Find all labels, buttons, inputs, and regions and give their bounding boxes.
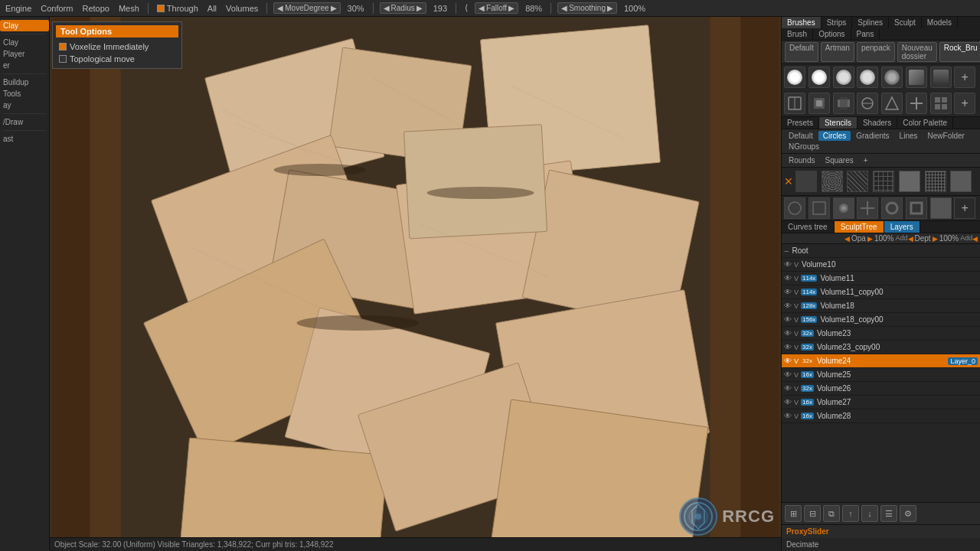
vol18-eye-icon[interactable]: 👁 bbox=[784, 302, 792, 310]
brush-cell-6[interactable] bbox=[930, 67, 952, 88]
vol25-eye-icon[interactable]: 👁 bbox=[784, 370, 792, 379]
tab-options[interactable]: Options bbox=[813, 28, 851, 40]
tab-curves-tree[interactable]: Curves tree bbox=[782, 221, 835, 233]
stencil-cell-9[interactable] bbox=[833, 197, 854, 219]
layer-vol18[interactable]: 👁 V 128x Volume18 bbox=[782, 299, 980, 313]
brush-cell-14[interactable] bbox=[930, 93, 952, 114]
bi-icon-5[interactable]: ↓ bbox=[861, 505, 878, 522]
bi-icon-1[interactable]: ⊞ bbox=[785, 505, 802, 522]
stencil-cell-2[interactable] bbox=[847, 171, 868, 192]
vol24-eye-icon[interactable]: 👁 bbox=[784, 357, 792, 365]
vol11-eye-icon[interactable]: 👁 bbox=[784, 274, 792, 282]
move-degree-btn[interactable]: ◀ MoveDegree ▶ bbox=[273, 2, 340, 14]
menu-mesh[interactable]: Mesh bbox=[116, 4, 142, 13]
preset-rock[interactable]: Rock_Bru bbox=[939, 42, 980, 62]
topological-checkbox[interactable] bbox=[59, 55, 67, 63]
brush-cell-12[interactable] bbox=[881, 93, 903, 114]
tab-presets[interactable]: Presets bbox=[782, 117, 819, 129]
bi-icon-4[interactable]: ↑ bbox=[842, 505, 859, 522]
stencil-squares[interactable]: Squares bbox=[820, 155, 858, 165]
bi-icon-3[interactable]: ⧉ bbox=[823, 505, 840, 522]
smoothing-btn[interactable]: ◀ Smoothing ▶ bbox=[557, 2, 617, 14]
brush-cell-10[interactable] bbox=[833, 93, 854, 114]
brush-cell-3[interactable] bbox=[857, 67, 878, 88]
vol27-eye-icon[interactable]: 👁 bbox=[784, 398, 792, 406]
opa-add[interactable]: Add bbox=[895, 234, 907, 243]
brush-cell-7[interactable]: + bbox=[954, 67, 975, 88]
stencil-cell-1[interactable] bbox=[822, 171, 843, 192]
sidebar-item-er[interactable]: er bbox=[0, 60, 49, 71]
stencil-rounds[interactable]: Rounds bbox=[784, 155, 819, 165]
bi-icon-7[interactable]: ⚙ bbox=[900, 505, 916, 522]
stencil-cell-4[interactable] bbox=[899, 171, 920, 192]
menu-retopo[interactable]: Retopo bbox=[80, 4, 111, 13]
stencil-cell-6[interactable] bbox=[950, 171, 972, 192]
vol10-eye-icon[interactable]: 👁 bbox=[784, 260, 792, 269]
tab-models[interactable]: Models bbox=[922, 17, 958, 28]
preset-nouveau[interactable]: Nouveau dossier bbox=[897, 42, 937, 62]
tab-stencils[interactable]: Stencils bbox=[819, 117, 858, 129]
tab-brushes[interactable]: Brushes bbox=[782, 17, 822, 28]
viewport[interactable] bbox=[50, 17, 781, 551]
voxelize-checkbox[interactable] bbox=[59, 43, 67, 51]
dept-add[interactable]: Add bbox=[960, 234, 972, 243]
menu-engine[interactable]: Engine bbox=[3, 4, 34, 13]
stencil-cell-8[interactable] bbox=[808, 197, 830, 219]
layer-vol23copy[interactable]: 👁 V 32x Volume23_copy00 bbox=[782, 341, 980, 354]
falloff-btn[interactable]: ◀ Falloff ▶ bbox=[475, 2, 518, 14]
preset-penpack[interactable]: penpack bbox=[857, 42, 895, 62]
tab-splines[interactable]: Splines bbox=[852, 17, 889, 28]
bi-icon-6[interactable]: ☰ bbox=[880, 505, 897, 522]
stencil-tab-newfolder[interactable]: NewFolder bbox=[923, 131, 969, 141]
vol11c-eye-icon[interactable]: 👁 bbox=[784, 288, 792, 296]
tab-strips[interactable]: Strips bbox=[822, 17, 853, 28]
topological-row[interactable]: Topological move bbox=[56, 53, 178, 65]
stencil-tab-lines[interactable]: Lines bbox=[895, 131, 923, 141]
tab-color-palette[interactable]: Color Palette bbox=[897, 117, 953, 129]
vol28-eye-icon[interactable]: 👁 bbox=[784, 412, 792, 420]
brush-cell-5[interactable] bbox=[906, 67, 927, 88]
vol23-eye-icon[interactable]: 👁 bbox=[784, 329, 792, 337]
tab-pans[interactable]: Pans bbox=[851, 28, 880, 40]
proxy-slider-label[interactable]: ProxySlider bbox=[786, 527, 829, 536]
stencil-cell-12[interactable] bbox=[906, 197, 927, 219]
stencil-tab-default[interactable]: Default bbox=[784, 131, 818, 141]
stencil-tab-circles[interactable]: Circles bbox=[818, 131, 851, 141]
layer-vol23[interactable]: 👁 V 32x Volume23 bbox=[782, 327, 980, 341]
layer-vol11copy[interactable]: 👁 V 114x Volume11_copy00 bbox=[782, 285, 980, 299]
stencil-cell-10[interactable] bbox=[857, 197, 878, 219]
layer-root[interactable]: − Root bbox=[782, 244, 980, 258]
brush-cell-9[interactable] bbox=[808, 93, 830, 114]
vol18c-eye-icon[interactable]: 👁 bbox=[784, 315, 792, 324]
brush-cell-0[interactable] bbox=[784, 67, 805, 88]
stencil-tab-gradients[interactable]: Gradients bbox=[851, 131, 893, 141]
stencil-cell-11[interactable] bbox=[881, 197, 903, 219]
tab-sculpt[interactable]: Sculpt bbox=[889, 17, 922, 28]
brush-cell-1[interactable] bbox=[808, 67, 830, 88]
stencil-add-btn[interactable]: + bbox=[859, 155, 873, 165]
decimate-row[interactable]: Decimate bbox=[782, 538, 980, 551]
tab-brush[interactable]: Brush bbox=[782, 28, 813, 40]
stencil-tab-ngroups[interactable]: NGroups bbox=[784, 142, 824, 152]
vol23c-eye-icon[interactable]: 👁 bbox=[784, 343, 792, 351]
layers-area[interactable]: − Root 👁 V Volume10 👁 V 114x Volume11 👁 … bbox=[782, 244, 980, 502]
menu-conform[interactable]: Conform bbox=[38, 4, 75, 13]
all-label[interactable]: All bbox=[205, 4, 219, 13]
sidebar-item-buildup[interactable]: Buildup bbox=[0, 77, 49, 88]
tab-shaders[interactable]: Shaders bbox=[858, 117, 897, 129]
bi-icon-2[interactable]: ⊟ bbox=[804, 505, 821, 522]
volumes-label[interactable]: Volumes bbox=[224, 4, 260, 13]
brush-cell-11[interactable] bbox=[857, 93, 878, 114]
brush-cell-4[interactable] bbox=[881, 67, 903, 88]
stencil-cell-0[interactable] bbox=[795, 171, 817, 192]
layer-vol25[interactable]: 👁 V 16x Volume25 bbox=[782, 368, 980, 382]
sidebar-item-player[interactable]: Player bbox=[0, 48, 49, 60]
sidebar-item-last[interactable]: ast bbox=[0, 133, 49, 145]
brush-cell-8[interactable] bbox=[784, 93, 805, 114]
vol26-eye-icon[interactable]: 👁 bbox=[784, 384, 792, 393]
stencil-cell-7[interactable] bbox=[784, 197, 805, 219]
brush-cell-13[interactable] bbox=[906, 93, 927, 114]
layer-vol18copy[interactable]: 👁 V 156x Volume18_copy00 bbox=[782, 313, 980, 327]
sidebar-item-ay[interactable]: ay bbox=[0, 99, 49, 111]
stencil-add-cell[interactable]: + bbox=[954, 197, 975, 219]
